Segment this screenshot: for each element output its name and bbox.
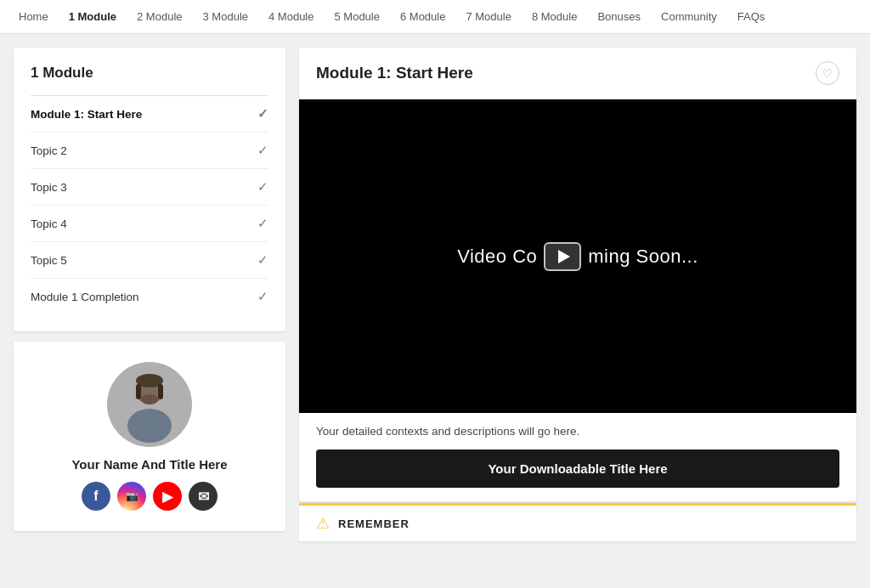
nav-item-1module[interactable]: 1 Module bbox=[59, 0, 127, 33]
content-description: Your detailed contexts and descriptions … bbox=[299, 413, 856, 449]
nav-item-home[interactable]: Home bbox=[8, 0, 59, 33]
checkmark-0: ✓ bbox=[257, 106, 268, 122]
instagram-button[interactable]: 📷 bbox=[117, 482, 146, 511]
video-text-before: Video Co bbox=[457, 246, 537, 268]
topic-item-2[interactable]: Topic 3 ✓ bbox=[31, 169, 268, 206]
checkmark-2: ✓ bbox=[257, 179, 268, 195]
avatar bbox=[107, 362, 192, 447]
download-button[interactable]: Your Downloadable Title Here bbox=[316, 449, 839, 488]
heart-button[interactable]: ♡ bbox=[816, 61, 839, 85]
youtube-button[interactable]: ▶ bbox=[153, 482, 182, 511]
sidebar: 1 Module Module 1: Start Here ✓ Topic 2 … bbox=[14, 48, 285, 541]
content-area: Module 1: Start Here ♡ Video Co ming Soo… bbox=[299, 48, 856, 541]
topic-item-3[interactable]: Topic 4 ✓ bbox=[31, 206, 268, 242]
author-name: Your Name And Title Here bbox=[71, 457, 227, 472]
social-icons: f 📷 ▶ ✉ bbox=[82, 482, 218, 511]
topic-item-5[interactable]: Module 1 Completion ✓ bbox=[31, 279, 268, 314]
nav-item-faqs[interactable]: FAQs bbox=[727, 0, 776, 33]
video-container[interactable]: Video Co ming Soon... bbox=[299, 99, 856, 413]
nav-item-5module[interactable]: 5 Module bbox=[324, 0, 389, 33]
svg-point-4 bbox=[141, 394, 158, 404]
topic-label-4: Topic 5 bbox=[31, 254, 67, 267]
svg-rect-5 bbox=[136, 384, 141, 399]
topic-label-3: Topic 4 bbox=[31, 218, 67, 230]
nav-item-3module[interactable]: 3 Module bbox=[193, 0, 258, 33]
topic-label-5: Module 1 Completion bbox=[31, 291, 139, 303]
remember-icon: ⚠ bbox=[316, 514, 330, 533]
facebook-button[interactable]: f bbox=[82, 482, 110, 511]
topic-item-4[interactable]: Topic 5 ✓ bbox=[31, 242, 268, 279]
nav-item-7module[interactable]: 7 Module bbox=[455, 0, 521, 33]
video-text: Video Co ming Soon... bbox=[457, 242, 698, 271]
svg-rect-6 bbox=[158, 384, 163, 399]
main-container: 1 Module Module 1: Start Here ✓ Topic 2 … bbox=[0, 34, 870, 555]
content-header: Module 1: Start Here ♡ bbox=[299, 48, 856, 99]
module-nav-card: 1 Module Module 1: Start Here ✓ Topic 2 … bbox=[14, 48, 285, 331]
nav-item-2module[interactable]: 2 Module bbox=[127, 0, 192, 33]
content-title: Module 1: Start Here bbox=[316, 64, 473, 82]
nav-item-8module[interactable]: 8 Module bbox=[522, 0, 587, 33]
play-triangle-icon bbox=[558, 250, 570, 263]
remember-bar: ⚠ REMEMBER bbox=[299, 503, 856, 541]
checkmark-3: ✓ bbox=[257, 216, 268, 231]
nav-item-community[interactable]: Community bbox=[651, 0, 727, 33]
svg-point-3 bbox=[127, 409, 172, 443]
checkmark-5: ✓ bbox=[257, 289, 268, 304]
email-button[interactable]: ✉ bbox=[189, 482, 218, 511]
author-card: Your Name And Title Here f 📷 ▶ ✉ bbox=[14, 342, 285, 531]
topic-label-1: Topic 2 bbox=[31, 144, 67, 157]
topic-list: Module 1: Start Here ✓ Topic 2 ✓ Topic 3… bbox=[31, 96, 268, 314]
topic-item-1[interactable]: Topic 2 ✓ bbox=[31, 133, 268, 169]
topic-item-0[interactable]: Module 1: Start Here ✓ bbox=[31, 96, 268, 133]
nav-bar: Home 1 Module 2 Module 3 Module 4 Module… bbox=[0, 0, 870, 34]
content-card: Module 1: Start Here ♡ Video Co ming Soo… bbox=[299, 48, 856, 501]
remember-label: REMEMBER bbox=[338, 517, 410, 530]
video-play-button[interactable] bbox=[544, 242, 581, 271]
topic-label-0: Module 1: Start Here bbox=[31, 108, 142, 121]
nav-item-bonuses[interactable]: Bonuses bbox=[587, 0, 651, 33]
nav-item-6module[interactable]: 6 Module bbox=[390, 0, 455, 33]
topic-label-2: Topic 3 bbox=[31, 181, 67, 194]
checkmark-4: ✓ bbox=[257, 252, 268, 268]
video-text-after: ming Soon... bbox=[588, 246, 698, 268]
module-nav-title: 1 Module bbox=[31, 65, 268, 82]
nav-item-4module[interactable]: 4 Module bbox=[258, 0, 324, 33]
checkmark-1: ✓ bbox=[257, 143, 268, 158]
